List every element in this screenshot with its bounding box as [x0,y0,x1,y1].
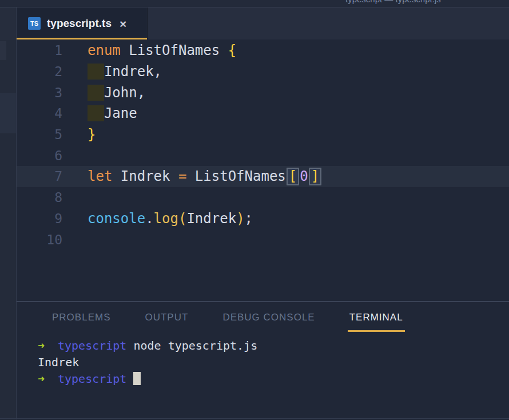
panel-tab-output[interactable]: OUTPUT [145,302,188,333]
terminal-line: ➜typescript [38,371,509,387]
editor-tab-bar: TS typescript.ts × [17,7,509,39]
typescript-file-icon: TS [28,17,41,30]
line-number: 6 [17,148,62,163]
code-token: let [88,168,112,184]
main-layout: TS typescript.ts × 1enum ListOfNames {2 … [0,7,509,419]
window-title-bar: typescript — typescript.js [0,0,509,7]
code-line[interactable]: 7let Indrek = ListOfNames[0] [17,166,509,187]
line-number: 4 [17,106,62,121]
bottom-panel: PROBLEMSOUTPUTDEBUG CONSOLETERMINAL ➜typ… [17,301,509,419]
sidebar-edge-highlight-large [0,93,16,133]
code-line[interactable]: 4 Jane [17,103,509,124]
line-number: 2 [17,64,62,79]
terminal-token: node typescript.js [126,339,257,352]
panel-tab-debug-console[interactable]: DEBUG CONSOLE [222,302,315,333]
code-token: ; [245,211,253,227]
code-line[interactable]: 2 Indrek, [17,61,509,82]
code-token: . [145,211,153,227]
tab-close-icon[interactable]: × [120,18,126,30]
code-token: enum [88,42,121,58]
code-text: } [88,126,96,142]
sidebar-edge-highlight-small [0,41,6,60]
code-token: console [88,211,145,227]
code-text: let Indrek = ListOfNames[0] [88,168,322,186]
code-line[interactable]: 9console.log(Indrek); [17,208,509,229]
prompt-arrow-icon: ➜ [38,338,58,354]
window-title: typescript — typescript.js [345,0,441,5]
code-token: Jane [104,105,137,121]
terminal-line: Indrek [38,354,509,371]
terminal-token: typescript [58,372,126,386]
sidebar-edge-strip [0,7,17,419]
code-token: ] [309,168,321,186]
code-token: Indrek [112,168,178,184]
code-token: = [178,168,186,184]
code-token [88,105,104,121]
panel-tab-terminal[interactable]: TERMINAL [349,302,403,333]
code-line[interactable]: 6 [17,145,509,166]
tab-typescript-ts[interactable]: TS typescript.ts × [17,7,148,39]
code-token: [ [287,168,299,186]
terminal[interactable]: ➜typescript node typescript.jsIndrek➜typ… [17,333,509,419]
code-line[interactable]: 1enum ListOfNames { [17,40,509,61]
terminal-token: Indrek [38,355,79,369]
terminal-cursor [133,372,141,385]
code-line[interactable]: 10 [17,229,509,250]
line-number: 7 [17,169,62,184]
panel-tab-bar: PROBLEMSOUTPUTDEBUG CONSOLETERMINAL [17,302,509,333]
line-number: 9 [17,211,62,226]
window-bottom-edge [0,418,509,419]
code-text: John, [88,85,145,101]
line-number: 10 [17,232,62,247]
code-token: log [154,211,178,227]
code-token [88,64,104,80]
terminal-line: ➜typescript node typescript.js [38,338,509,354]
code-text: enum ListOfNames { [88,42,236,58]
code-token: } [88,126,96,142]
code-line[interactable]: 3 John, [17,82,509,103]
code-token: Indrek [186,211,236,227]
code-token: 0 [300,168,308,184]
code-token: John, [104,85,145,101]
code-token: ( [178,211,186,227]
sidebar-edge-top [0,7,16,40]
line-number: 5 [17,127,62,142]
panel-tab-problems[interactable]: PROBLEMS [52,302,110,333]
code-token: ListOfNames [186,168,285,184]
code-token: ListOfNames [121,42,228,58]
code-editor[interactable]: 1enum ListOfNames {2 Indrek,3 John,4 Jan… [17,39,509,301]
terminal-token: typescript [58,339,126,352]
tab-label: typescript.ts [47,17,112,30]
line-number: 8 [17,190,62,205]
prompt-arrow-icon: ➜ [38,371,58,387]
code-line[interactable]: 8 [17,187,509,208]
line-number: 1 [17,43,62,58]
code-text: Indrek, [88,64,162,80]
code-text: console.log(Indrek); [88,211,253,227]
line-number: 3 [17,85,62,100]
code-token: { [228,42,236,58]
editor-group: TS typescript.ts × 1enum ListOfNames {2 … [17,7,509,419]
code-token: ) [236,211,244,227]
code-token [88,85,104,101]
code-line[interactable]: 5} [17,124,509,145]
code-token: Indrek, [104,64,162,80]
code-text: Jane [88,105,137,121]
